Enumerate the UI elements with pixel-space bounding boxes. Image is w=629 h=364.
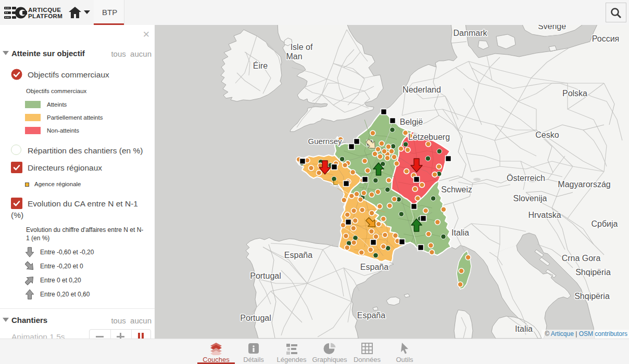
svg-text:Slovenija: Slovenija bbox=[513, 194, 547, 203]
svg-text:Shqipëria: Shqipëria bbox=[575, 268, 611, 277]
svg-text:Nederland: Nederland bbox=[402, 85, 441, 94]
svg-text:Österreich: Österreich bbox=[507, 174, 545, 183]
svg-text:Polska: Polska bbox=[562, 89, 587, 98]
svg-text:España: España bbox=[284, 251, 312, 259]
svg-text:België: België bbox=[400, 118, 423, 126]
svg-text:PLATFORM: PLATFORM bbox=[28, 13, 62, 19]
svg-text:Man: Man bbox=[286, 52, 302, 61]
svg-text:ARTICQUE: ARTICQUE bbox=[28, 7, 61, 13]
svg-text:Србија: Србија bbox=[591, 219, 618, 228]
svg-text:Italia: Italia bbox=[515, 324, 533, 333]
svg-text:Italia: Italia bbox=[451, 228, 469, 237]
svg-text:Sverige: Sverige bbox=[538, 25, 566, 31]
svg-text:Guernsey: Guernsey bbox=[308, 137, 342, 146]
svg-text:Crna Gora: Crna Gora bbox=[562, 254, 601, 263]
svg-text:Portugal: Portugal bbox=[240, 314, 271, 322]
svg-text:Danmark: Danmark bbox=[454, 29, 488, 37]
svg-text:Россия: Россия bbox=[592, 34, 619, 43]
svg-text:Isle of: Isle of bbox=[291, 43, 313, 51]
svg-text:Éire: Éire bbox=[253, 61, 268, 70]
svg-text:España: España bbox=[357, 311, 385, 320]
svg-text:Shqipëria: Shqipëria bbox=[574, 292, 610, 301]
svg-text:Schweiz: Schweiz bbox=[441, 185, 472, 194]
svg-text:Cesko: Cesko bbox=[535, 131, 559, 139]
svg-text:España: España bbox=[360, 263, 388, 271]
svg-text:Hrvatska: Hrvatska bbox=[528, 211, 561, 219]
svg-text:Lëtzebuerg: Lëtzebuerg bbox=[408, 133, 450, 141]
svg-text:Magyarország: Magyarország bbox=[558, 180, 610, 189]
svg-text:Portugal: Portugal bbox=[250, 271, 281, 280]
